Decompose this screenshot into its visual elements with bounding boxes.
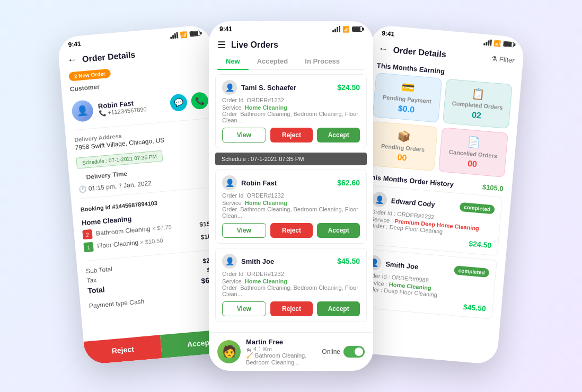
pending-orders-value: 00 <box>375 151 428 165</box>
right-time: 9:41 <box>382 30 395 38</box>
order-card-2: 👤 Robin Fast $62.60 Order Id ORDER#1232 … <box>215 170 367 244</box>
stat-pending-orders: 📦 Pending Orders 00 <box>368 121 438 172</box>
pending-payment-value: $0.0 <box>380 102 433 117</box>
new-order-badge: 2 New Order <box>68 69 111 82</box>
completed-orders-icon: 📋 <box>452 85 505 103</box>
order-customer-name-3: Smith Joe <box>241 257 274 265</box>
tab-accepted[interactable]: Accepted <box>249 53 297 69</box>
order-customer-name-2: Robin Fast <box>241 179 277 187</box>
right-back-arrow-icon[interactable]: ← <box>378 43 389 55</box>
order-meta-3: Order Id ORDER#1232 <box>222 271 360 277</box>
customer-action-icons: 💬 📞 <box>170 92 209 112</box>
order-actions-3: View Reject Accept <box>222 301 360 316</box>
order-header-2: 👤 Robin Fast $62.60 <box>222 175 360 190</box>
order-service-2: Service Home Cleaning <box>222 200 360 206</box>
center-time: 9:41 <box>219 25 232 33</box>
order-card-1: 👤 Tami S. Schaefer $24.50 Order Id ORDER… <box>215 74 367 148</box>
signal-icon <box>170 32 178 39</box>
order-meta-1: Order Id ORDER#1232 <box>222 97 360 103</box>
view-btn-1[interactable]: View <box>222 128 266 142</box>
right-status-icons: 📶 <box>483 39 514 48</box>
history-card-1: 👤 Edward Cody completed Order Id : ORDER… <box>361 185 502 256</box>
customer-info: Robin Fast 📞 +11234567890 <box>98 96 165 117</box>
online-label: Online <box>322 348 340 355</box>
person-icon-2: 👤 <box>222 175 237 190</box>
reject-btn-1[interactable]: Reject <box>270 128 313 142</box>
history-customer-2: 👤 Smith Joe <box>366 255 419 274</box>
order-desc-3: Order Bathroom Cleaning, Bedroom Cleanin… <box>222 284 360 297</box>
call-icon-btn[interactable]: 📞 <box>190 92 209 110</box>
stat-completed-orders: 📋 Completed Orders 02 <box>443 79 513 129</box>
accept-btn-3[interactable]: Accept <box>317 301 360 316</box>
center-header-title: Live Orders <box>231 40 278 50</box>
cancelled-orders-value: 00 <box>446 157 499 171</box>
schedule-bar: Schedule : 07-1-2021 07:35 PM <box>215 153 367 165</box>
completed-badge-1: completed <box>460 202 495 214</box>
item1-qty: 2 <box>82 229 93 240</box>
stats-grid: 💳 Pending Payment $0.0 📋 Completed Order… <box>360 72 521 179</box>
tab-in-process[interactable]: In Process <box>296 53 348 69</box>
center-phone: 9:41 📶 ☰ Live Orders New Accepted <box>209 21 373 371</box>
order-service-3: Service Home Cleaning <box>222 278 360 284</box>
signal-icon-c <box>332 26 340 32</box>
order-customer-2: 👤 Robin Fast <box>222 175 277 190</box>
order-header-1: 👤 Tami S. Schaefer $24.50 <box>222 80 360 95</box>
reject-btn-3[interactable]: Reject <box>270 301 313 316</box>
tab-new[interactable]: New <box>217 53 249 69</box>
left-status-icons: 📶 <box>170 30 200 39</box>
toggle-switch[interactable] <box>343 346 365 358</box>
address-section: Delivery Address 7958 Swift Village, Chi… <box>65 121 220 155</box>
center-header-bar: ☰ Live Orders <box>209 35 373 53</box>
customer-avatar: 👤 <box>71 100 94 122</box>
wifi-icon-r: 📶 <box>493 40 501 47</box>
driver-bar: 🧑 Martin Free 🏍 4.1 Km 🧹 Bathroom Cleani… <box>209 332 373 371</box>
order-customer-3: 👤 Smith Joe <box>222 254 274 269</box>
driver-name: Martin Free <box>246 338 316 346</box>
tabs-bar: New Accepted In Process <box>217 53 365 70</box>
order-amount-1: $24.50 <box>337 83 360 92</box>
left-time: 9:41 <box>68 40 81 48</box>
view-btn-3[interactable]: View <box>222 301 266 316</box>
accept-btn-2[interactable]: Accept <box>317 223 360 238</box>
order-actions-1: View Reject Accept <box>222 128 360 142</box>
orders-list: 👤 Tami S. Schaefer $24.50 Order Id ORDER… <box>209 70 373 351</box>
wifi-icon-c: 📶 <box>342 26 350 33</box>
order-header-3: 👤 Smith Joe $45.50 <box>222 254 360 269</box>
view-btn-2[interactable]: View <box>222 223 266 238</box>
right-header-left: ← Order Details <box>378 43 447 60</box>
reject-btn-2[interactable]: Reject <box>270 223 313 238</box>
completed-badge-2: completed <box>454 265 489 278</box>
person-icon-3: 👤 <box>222 254 237 269</box>
online-toggle: Online <box>322 346 365 358</box>
order-desc-2: Order Bathroom Cleaning, Bedroom Cleanin… <box>222 206 360 219</box>
wifi-icon: 📶 <box>180 31 188 38</box>
order-desc-1: Order Bathroom Cleaning, Bedroom Cleanin… <box>222 111 360 123</box>
right-header-title: Order Details <box>393 45 447 59</box>
battery-icon-c <box>352 26 363 32</box>
pending-payment-icon: 💳 <box>382 79 435 96</box>
order-card-3: 👤 Smith Joe $45.50 Order Id ORDER#1232 S… <box>215 248 367 322</box>
history-person-icon-1: 👤 <box>372 191 387 207</box>
order-amount-2: $62.60 <box>337 179 360 187</box>
person-icon-1: 👤 <box>222 80 237 95</box>
order-meta-2: Order Id ORDER#1232 <box>222 192 360 199</box>
driver-services: 🧹 Bathroom Cleaning, Bedroom Cleaning... <box>246 352 316 366</box>
signal-icon-r <box>483 39 492 46</box>
battery-icon <box>189 31 200 37</box>
pending-orders-icon: 📦 <box>377 128 431 145</box>
filter-button[interactable]: ⚗ Filter <box>490 55 515 65</box>
center-status-icons: 📶 <box>332 26 363 33</box>
order-actions-2: View Reject Accept <box>222 223 360 238</box>
stat-pending-payment: 💳 Pending Payment $0.0 <box>372 73 442 123</box>
filter-icon: ⚗ <box>490 55 497 63</box>
battery-icon-r <box>503 41 514 48</box>
accept-btn-1[interactable]: Accept <box>317 128 360 142</box>
driver-info: Martin Free 🏍 4.1 Km 🧹 Bathroom Cleaning… <box>246 338 316 366</box>
hamburger-icon[interactable]: ☰ <box>217 39 226 51</box>
chat-icon-btn[interactable]: 💬 <box>170 93 188 112</box>
left-header-title: Order Details <box>82 50 136 64</box>
back-arrow-icon[interactable]: ← <box>67 54 77 66</box>
center-status-bar: 9:41 📶 <box>209 21 373 35</box>
history-card-2: 👤 Smith Joe completed Order Id : ORDER#9… <box>356 248 497 319</box>
cancelled-orders-icon: 📄 <box>447 133 501 151</box>
